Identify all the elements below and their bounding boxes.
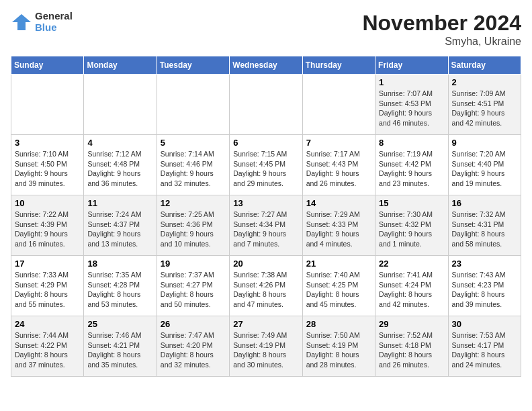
calendar-table: Sunday Monday Tuesday Wednesday Thursday… — [11, 56, 521, 377]
day-cell-2-6: 16Sunrise: 7:32 AM Sunset: 4:31 PM Dayli… — [448, 195, 521, 256]
day-number: 18 — [87, 259, 152, 269]
calendar-body: 1Sunrise: 7:07 AM Sunset: 4:53 PM Daylig… — [11, 75, 521, 377]
day-number: 17 — [15, 259, 80, 269]
day-info: Sunrise: 7:14 AM Sunset: 4:46 PM Dayligh… — [161, 149, 226, 189]
day-cell-0-3 — [230, 75, 302, 135]
day-info: Sunrise: 7:12 AM Sunset: 4:48 PM Dayligh… — [87, 149, 152, 189]
title-block: November 2024 Smyha, Ukraine — [362, 11, 521, 48]
day-cell-0-0 — [11, 75, 84, 135]
day-info: Sunrise: 7:46 AM Sunset: 4:21 PM Dayligh… — [87, 330, 152, 370]
day-info: Sunrise: 7:47 AM Sunset: 4:20 PM Dayligh… — [161, 330, 226, 370]
col-saturday: Saturday — [448, 56, 521, 75]
logo-text: General Blue — [35, 11, 73, 33]
day-number: 10 — [15, 198, 80, 208]
day-number: 12 — [161, 198, 226, 208]
subtitle: Smyha, Ukraine — [362, 36, 521, 48]
day-cell-3-3: 20Sunrise: 7:38 AM Sunset: 4:26 PM Dayli… — [230, 256, 302, 316]
day-number: 6 — [233, 138, 298, 148]
day-cell-1-0: 3Sunrise: 7:10 AM Sunset: 4:50 PM Daylig… — [11, 135, 84, 195]
header-row: Sunday Monday Tuesday Wednesday Thursday… — [11, 56, 521, 75]
day-number: 28 — [306, 319, 371, 329]
day-cell-4-1: 25Sunrise: 7:46 AM Sunset: 4:21 PM Dayli… — [84, 316, 157, 377]
day-number: 5 — [161, 138, 226, 148]
svg-marker-0 — [12, 14, 31, 30]
col-monday: Monday — [84, 56, 157, 75]
day-cell-3-4: 21Sunrise: 7:40 AM Sunset: 4:25 PM Dayli… — [302, 256, 375, 316]
day-cell-1-6: 9Sunrise: 7:20 AM Sunset: 4:40 PM Daylig… — [448, 135, 521, 195]
day-cell-2-3: 13Sunrise: 7:27 AM Sunset: 4:34 PM Dayli… — [230, 195, 302, 256]
day-number: 19 — [161, 259, 226, 269]
day-number: 27 — [233, 319, 298, 329]
day-info: Sunrise: 7:32 AM Sunset: 4:31 PM Dayligh… — [452, 210, 517, 249]
day-cell-0-4 — [302, 75, 375, 135]
week-row-3: 10Sunrise: 7:22 AM Sunset: 4:39 PM Dayli… — [11, 195, 521, 256]
day-cell-1-5: 8Sunrise: 7:19 AM Sunset: 4:42 PM Daylig… — [375, 135, 448, 195]
day-cell-1-4: 7Sunrise: 7:17 AM Sunset: 4:43 PM Daylig… — [302, 135, 375, 195]
day-info: Sunrise: 7:25 AM Sunset: 4:36 PM Dayligh… — [161, 210, 226, 249]
day-number: 29 — [379, 319, 444, 329]
day-cell-2-5: 15Sunrise: 7:30 AM Sunset: 4:32 PM Dayli… — [375, 195, 448, 256]
day-cell-4-6: 30Sunrise: 7:53 AM Sunset: 4:17 PM Dayli… — [448, 316, 521, 377]
day-info: Sunrise: 7:33 AM Sunset: 4:29 PM Dayligh… — [15, 270, 80, 310]
day-number: 13 — [233, 198, 298, 208]
day-cell-4-4: 28Sunrise: 7:50 AM Sunset: 4:19 PM Dayli… — [302, 316, 375, 377]
page-header: General Blue November 2024 Smyha, Ukrain… — [11, 11, 521, 48]
day-number: 24 — [15, 319, 80, 329]
day-info: Sunrise: 7:15 AM Sunset: 4:45 PM Dayligh… — [233, 149, 298, 189]
day-info: Sunrise: 7:43 AM Sunset: 4:23 PM Dayligh… — [452, 270, 517, 310]
day-number: 16 — [452, 198, 517, 208]
day-cell-4-5: 29Sunrise: 7:52 AM Sunset: 4:18 PM Dayli… — [375, 316, 448, 377]
day-info: Sunrise: 7:37 AM Sunset: 4:27 PM Dayligh… — [161, 270, 226, 310]
day-info: Sunrise: 7:20 AM Sunset: 4:40 PM Dayligh… — [452, 149, 517, 189]
day-number: 8 — [379, 138, 444, 148]
day-number: 25 — [87, 319, 152, 329]
month-title: November 2024 — [362, 11, 521, 36]
day-number: 15 — [379, 198, 444, 208]
day-cell-2-1: 11Sunrise: 7:24 AM Sunset: 4:37 PM Dayli… — [84, 195, 157, 256]
day-number: 3 — [15, 138, 80, 148]
day-cell-3-6: 23Sunrise: 7:43 AM Sunset: 4:23 PM Dayli… — [448, 256, 521, 316]
day-info: Sunrise: 7:29 AM Sunset: 4:33 PM Dayligh… — [306, 210, 371, 249]
day-cell-4-2: 26Sunrise: 7:47 AM Sunset: 4:20 PM Dayli… — [157, 316, 229, 377]
day-number: 1 — [379, 77, 444, 87]
day-cell-1-3: 6Sunrise: 7:15 AM Sunset: 4:45 PM Daylig… — [230, 135, 302, 195]
day-number: 26 — [161, 319, 226, 329]
day-number: 20 — [233, 259, 298, 269]
day-info: Sunrise: 7:35 AM Sunset: 4:28 PM Dayligh… — [87, 270, 152, 310]
day-number: 11 — [87, 198, 152, 208]
day-cell-0-1 — [84, 75, 157, 135]
day-info: Sunrise: 7:44 AM Sunset: 4:22 PM Dayligh… — [15, 330, 80, 370]
day-cell-0-6: 2Sunrise: 7:09 AM Sunset: 4:51 PM Daylig… — [448, 75, 521, 135]
logo-blue: Blue — [35, 22, 73, 34]
day-cell-1-2: 5Sunrise: 7:14 AM Sunset: 4:46 PM Daylig… — [157, 135, 229, 195]
day-info: Sunrise: 7:50 AM Sunset: 4:19 PM Dayligh… — [306, 330, 371, 370]
day-info: Sunrise: 7:09 AM Sunset: 4:51 PM Dayligh… — [452, 89, 517, 128]
day-info: Sunrise: 7:49 AM Sunset: 4:19 PM Dayligh… — [233, 330, 298, 370]
day-number: 4 — [87, 138, 152, 148]
col-thursday: Thursday — [302, 56, 375, 75]
day-number: 22 — [379, 259, 444, 269]
col-friday: Friday — [375, 56, 448, 75]
day-cell-2-2: 12Sunrise: 7:25 AM Sunset: 4:36 PM Dayli… — [157, 195, 229, 256]
day-info: Sunrise: 7:40 AM Sunset: 4:25 PM Dayligh… — [306, 270, 371, 310]
day-number: 21 — [306, 259, 371, 269]
day-cell-1-1: 4Sunrise: 7:12 AM Sunset: 4:48 PM Daylig… — [84, 135, 157, 195]
day-cell-3-5: 22Sunrise: 7:41 AM Sunset: 4:24 PM Dayli… — [375, 256, 448, 316]
week-row-2: 3Sunrise: 7:10 AM Sunset: 4:50 PM Daylig… — [11, 135, 521, 195]
day-cell-2-4: 14Sunrise: 7:29 AM Sunset: 4:33 PM Dayli… — [302, 195, 375, 256]
day-cell-2-0: 10Sunrise: 7:22 AM Sunset: 4:39 PM Dayli… — [11, 195, 84, 256]
day-info: Sunrise: 7:22 AM Sunset: 4:39 PM Dayligh… — [15, 210, 80, 249]
day-cell-4-3: 27Sunrise: 7:49 AM Sunset: 4:19 PM Dayli… — [230, 316, 302, 377]
day-cell-0-2 — [157, 75, 229, 135]
day-info: Sunrise: 7:24 AM Sunset: 4:37 PM Dayligh… — [87, 210, 152, 249]
day-number: 30 — [452, 319, 517, 329]
day-info: Sunrise: 7:52 AM Sunset: 4:18 PM Dayligh… — [379, 330, 444, 370]
day-info: Sunrise: 7:38 AM Sunset: 4:26 PM Dayligh… — [233, 270, 298, 310]
day-info: Sunrise: 7:53 AM Sunset: 4:17 PM Dayligh… — [452, 330, 517, 370]
day-info: Sunrise: 7:17 AM Sunset: 4:43 PM Dayligh… — [306, 149, 371, 189]
day-number: 7 — [306, 138, 371, 148]
day-cell-3-0: 17Sunrise: 7:33 AM Sunset: 4:29 PM Dayli… — [11, 256, 84, 316]
day-info: Sunrise: 7:07 AM Sunset: 4:53 PM Dayligh… — [379, 89, 444, 128]
logo-general: General — [35, 11, 73, 22]
calendar-header: Sunday Monday Tuesday Wednesday Thursday… — [11, 56, 521, 75]
